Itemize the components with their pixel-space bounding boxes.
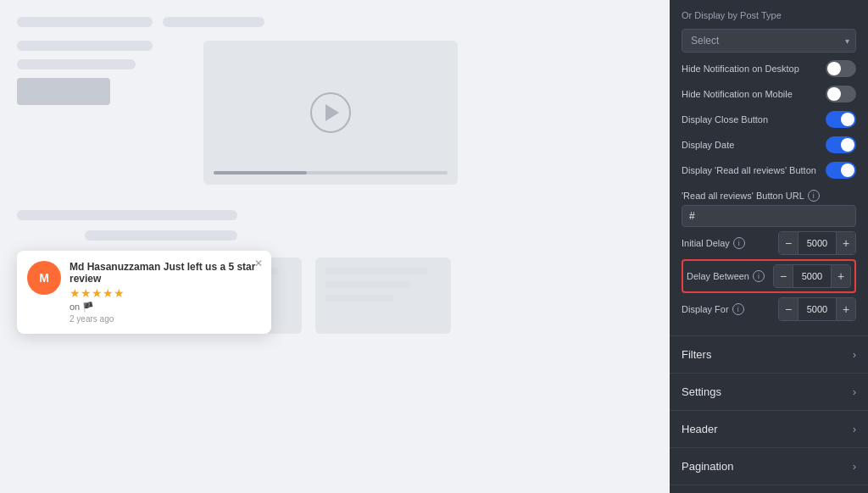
select-wrapper: Select ▾ [682, 29, 856, 53]
delay-between-label: Delay Between i [687, 270, 765, 282]
toggle-hide-mobile[interactable] [826, 86, 856, 102]
post-type-title: Or Display by Post Type [682, 10, 856, 20]
notification-avatar: M [27, 261, 61, 295]
delay-between-minus[interactable]: − [774, 265, 793, 287]
nav-filters-chevron: › [853, 349, 856, 361]
delay-between-plus[interactable]: + [832, 265, 850, 287]
middle-section [17, 210, 653, 241]
post-type-select[interactable]: Select [682, 29, 856, 53]
nav-header[interactable]: Header › [670, 411, 868, 448]
toggle-display-date[interactable] [826, 136, 856, 153]
notification-stars: ★★★★★ [70, 286, 261, 300]
nav-settings-label: Settings [682, 385, 721, 398]
card-3 [315, 258, 451, 334]
toggle-row-hide-mobile: Hide Notification on Mobile [682, 81, 856, 107]
toggle-row-hide-desktop: Hide Notification on Desktop [682, 56, 856, 81]
url-info-icon[interactable]: i [808, 190, 820, 202]
display-for-label-text: Display For [682, 304, 729, 314]
toggle-close-button[interactable] [826, 111, 856, 128]
left-button-skeleton [17, 78, 110, 105]
notification-time: 2 years ago [70, 314, 261, 324]
nav-filters[interactable]: Filters › [670, 336, 868, 374]
top-bar [17, 17, 653, 27]
left-skeleton-2 [17, 59, 136, 69]
post-type-section: Or Display by Post Type Select ▾ Hide No… [670, 0, 868, 336]
left-panel [17, 41, 186, 185]
toggle-label-display-date: Display Date [682, 140, 734, 150]
content-grid [17, 41, 653, 185]
url-label: 'Read all reviews' Button URL i [682, 190, 856, 202]
toggle-row-close-button: Display Close Button [682, 107, 856, 132]
notification-name: Md Hasanuzzaman [70, 261, 160, 273]
url-label-text: 'Read all reviews' Button URL [682, 191, 804, 201]
delay-between-info-icon[interactable]: i [753, 270, 765, 282]
notification-popup: M Md Hasanuzzaman Just left us a 5 star … [17, 251, 271, 334]
right-panel: Or Display by Post Type Select ▾ Hide No… [670, 0, 868, 493]
nav-pagination-label: Pagination [682, 460, 733, 473]
select-value: Select [691, 35, 719, 47]
main-area: M Md Hasanuzzaman Just left us a 5 star … [0, 0, 670, 493]
delay-between-label-text: Delay Between [687, 271, 749, 281]
nav-header-chevron: › [853, 424, 856, 435]
toggle-read-all[interactable] [826, 162, 856, 179]
nav-filters-label: Filters [682, 348, 711, 361]
progress-fill [214, 171, 307, 174]
main-content: M Md Hasanuzzaman Just left us a 5 star … [0, 0, 670, 351]
card-3-line-1 [326, 268, 427, 274]
notification-content: Md Hasanuzzaman Just left us a 5 star re… [70, 261, 261, 324]
nav-pagination-chevron: › [853, 461, 856, 473]
card-3-line-3 [326, 295, 393, 302]
initial-delay-minus[interactable]: − [779, 232, 798, 254]
initial-delay-row: Initial Delay i − 5000 + [682, 227, 856, 259]
display-for-value: 5000 [798, 298, 837, 320]
delay-between-control: − 5000 + [773, 264, 851, 288]
toggle-row-read-all: Display 'Read all reviews' Button [682, 158, 856, 183]
display-for-row: Display For i − 5000 + [682, 293, 856, 325]
initial-delay-label: Initial Delay i [682, 237, 745, 249]
progress-bar [214, 171, 448, 174]
url-field-group: 'Read all reviews' Button URL i [682, 190, 856, 227]
display-for-minus[interactable]: − [779, 298, 798, 320]
left-skeleton-1 [17, 41, 153, 51]
nav-header-label: Header [682, 423, 718, 435]
play-icon [326, 104, 339, 121]
nav-settings[interactable]: Settings › [670, 374, 868, 411]
toggle-hide-desktop[interactable] [826, 60, 856, 77]
notification-on: on 🏴 [70, 302, 261, 313]
skeleton-line-1 [17, 17, 153, 27]
initial-delay-plus[interactable]: + [837, 232, 855, 254]
card-3-line-2 [326, 281, 410, 288]
video-placeholder [203, 41, 458, 185]
mid-line-2 [85, 230, 237, 241]
delay-between-row: Delay Between i − 5000 + [682, 259, 856, 293]
toggle-row-display-date: Display Date [682, 132, 856, 158]
notification-close[interactable]: ✕ [254, 258, 263, 269]
display-for-control: − 5000 + [778, 297, 856, 321]
display-for-label: Display For i [682, 303, 744, 315]
toggle-label-hide-mobile: Hide Notification on Mobile [682, 89, 793, 99]
initial-delay-value: 5000 [798, 232, 837, 254]
play-button [310, 92, 351, 133]
chevron-down-icon: ▾ [845, 36, 849, 46]
initial-delay-label-text: Initial Delay [682, 238, 730, 248]
initial-delay-control: − 5000 + [778, 231, 856, 255]
display-for-plus[interactable]: + [837, 298, 855, 320]
toggle-label-close-button: Display Close Button [682, 114, 768, 125]
delay-between-value: 5000 [793, 265, 832, 287]
nav-settings-chevron: › [853, 386, 856, 398]
initial-delay-info-icon[interactable]: i [733, 237, 745, 249]
notification-title: Md Hasanuzzaman Just left us a 5 star re… [70, 261, 261, 285]
toggle-label-read-all: Display 'Read all reviews' Button [682, 165, 816, 175]
url-input[interactable] [682, 205, 856, 227]
display-for-info-icon[interactable]: i [732, 303, 744, 315]
nav-priority[interactable]: Priority › [670, 485, 868, 493]
skeleton-line-2 [163, 17, 264, 27]
nav-pagination[interactable]: Pagination › [670, 448, 868, 485]
toggle-label-hide-desktop: Hide Notification on Desktop [682, 64, 799, 74]
mid-line-1 [17, 210, 237, 220]
